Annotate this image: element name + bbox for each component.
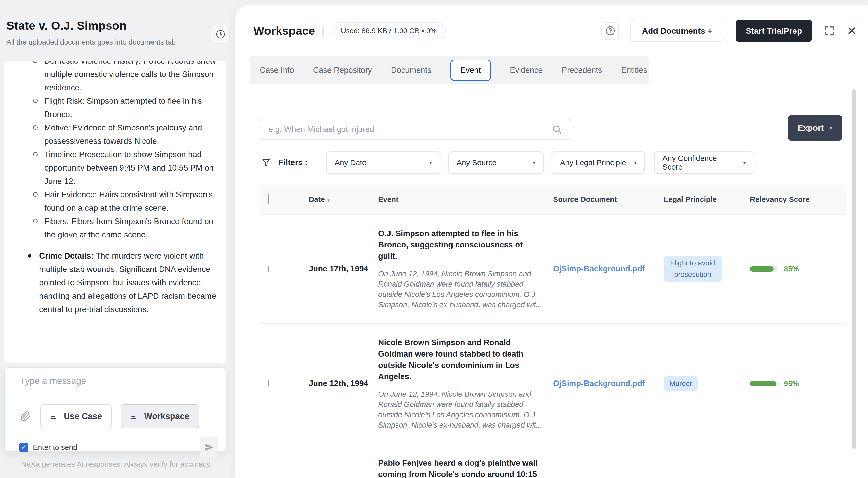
list-item: Hair Evidence: Hairs consistent with Sim… — [4, 188, 218, 215]
search-icon[interactable] — [552, 124, 562, 135]
column-header-event: Event — [378, 195, 553, 204]
send-icon — [204, 442, 215, 453]
score-label: 95% — [784, 379, 799, 388]
use-case-button[interactable]: Use Case — [40, 405, 112, 428]
note-text: Fibers: Fibers from Simpson's Bronco fou… — [44, 215, 218, 241]
tab-case-repository[interactable]: Case Repository — [313, 66, 372, 75]
row-checkbox[interactable] — [268, 266, 269, 272]
start-trialprep-button[interactable]: Start TrialPrep — [736, 20, 812, 42]
enter-to-send-checkbox[interactable]: ✓ — [19, 443, 28, 452]
export-label: Export — [798, 123, 824, 133]
note-text: Domestic Violence History: Police record… — [44, 61, 218, 94]
score-bar — [750, 266, 778, 272]
event-search — [260, 119, 571, 140]
attachment-icon[interactable] — [20, 410, 31, 422]
circle-bullet-icon — [33, 125, 37, 130]
title-divider: | — [321, 25, 324, 37]
tab-precedents[interactable]: Precedents — [562, 66, 602, 75]
filter-source-dropdown[interactable]: Any Source ▾ — [448, 151, 544, 174]
workspace-header: Workspace | Used: 86.9 KB / 1.00 GB • 0%… — [253, 19, 857, 43]
event-title: O.J. Simpson attempted to flee in his Br… — [378, 228, 543, 262]
case-title: State v. O.J. Simpson — [6, 19, 228, 32]
legal-principle-badge: Flight to avoid prosecution — [664, 256, 722, 282]
send-button[interactable] — [200, 437, 218, 458]
table-header: Date▾ Event Source Document Legal Princi… — [260, 185, 846, 214]
workspace-panel: Workspace | Used: 86.9 KB / 1.00 GB • 0%… — [236, 5, 868, 478]
tab-entities[interactable]: Entities — [621, 66, 647, 75]
event-title: Pablo Fenjves heard a dog's plaintive wa… — [378, 457, 543, 478]
disc-bullet-icon — [28, 254, 31, 257]
filter-date-dropdown[interactable]: Any Date ▾ — [327, 151, 440, 174]
circle-bullet-icon — [33, 219, 37, 223]
clock-icon — [215, 29, 226, 39]
score-bar — [750, 381, 778, 386]
score-label: 85% — [784, 265, 799, 273]
chat-message-input[interactable] — [20, 376, 211, 399]
chat-toolbar: Use Case Workspace — [20, 405, 199, 428]
filter-value: Any Legal Principle — [560, 158, 626, 167]
filter-legal-principle-dropdown[interactable]: Any Legal Principle ▾ — [552, 151, 645, 174]
ai-disclaimer: NeXa generates AI responses. Always veri… — [0, 460, 233, 469]
tab-evidence[interactable]: Evidence — [510, 66, 543, 75]
table-row[interactable]: June 17th, 1994 O.J. Simpson attempted t… — [260, 214, 846, 323]
column-header-principle: Legal Principle — [664, 195, 750, 204]
table-row[interactable]: June 12th, 1994 Nicole Brown Simpson and… — [260, 323, 846, 444]
tab-documents[interactable]: Documents — [391, 66, 431, 75]
list-item: Timeline: Prosecution to show Simpson ha… — [4, 148, 218, 188]
close-button[interactable]: ✕ — [847, 24, 857, 38]
sidebar-header: State v. O.J. Simpson All the uploaded d… — [6, 19, 228, 46]
help-button[interactable] — [601, 22, 619, 40]
circle-bullet-icon — [33, 99, 37, 103]
note-text: Hair Evidence: Hairs consistent with Sim… — [44, 188, 218, 215]
export-button[interactable]: Export ▾ — [788, 115, 842, 141]
circle-bullet-icon — [33, 192, 37, 196]
case-subtitle: All the uploaded documents goes into doc… — [6, 38, 228, 46]
row-checkbox[interactable] — [268, 381, 269, 386]
tab-event[interactable]: Event — [451, 60, 491, 81]
vertical-scrollbar[interactable] — [852, 89, 856, 449]
list-lines-icon — [130, 412, 139, 421]
column-header-date[interactable]: Date▾ — [309, 195, 378, 204]
case-notes-panel[interactable]: Domestic Violence History: Police record… — [4, 61, 226, 363]
chevron-down-icon: ▾ — [743, 160, 746, 166]
event-title: Nicole Brown Simpson and Ronald Goldman … — [378, 337, 543, 382]
filter-confidence-dropdown[interactable]: Any Confidence Score ▾ — [654, 151, 754, 174]
legal-principle-badge: Murder — [664, 376, 698, 391]
relevancy-score: 85% — [750, 265, 846, 273]
list-item: Motive: Evidence of Simpson's jealousy a… — [4, 121, 218, 148]
filter-value: Any Source — [457, 158, 497, 167]
filter-value: Any Confidence Score — [662, 154, 737, 171]
table-row[interactable]: June 12th, 1994 Pablo Fenjves heard a do… — [260, 444, 846, 478]
select-all-checkbox[interactable] — [268, 194, 269, 204]
event-date: June 12th, 1994 — [309, 379, 378, 388]
chevron-down-icon: ▾ — [533, 160, 535, 166]
source-document-link[interactable]: OjSimp-Background.pdf — [553, 264, 645, 273]
note-label: Crime Details: — [39, 251, 94, 260]
search-input[interactable] — [260, 119, 571, 140]
list-item: Domestic Violence History: Police record… — [4, 61, 218, 94]
fullscreen-button[interactable] — [824, 25, 835, 37]
event-date: June 17th, 1994 — [309, 264, 378, 274]
funnel-icon — [261, 157, 271, 168]
case-notes-list: Domestic Violence History: Police record… — [4, 61, 226, 316]
close-icon: ✕ — [847, 24, 857, 38]
add-documents-button[interactable]: Add Documents + — [630, 20, 724, 42]
filters-bar: Filters : Any Date ▾ Any Source ▾ Any Le… — [261, 151, 754, 174]
sort-icon: ▾ — [328, 198, 330, 203]
source-document-link[interactable]: OjSimp-Background.pdf — [553, 379, 645, 388]
workspace-title: Workspace — [253, 24, 315, 38]
note-body: The murders were violent with multiple s… — [39, 251, 216, 314]
list-item: Fibers: Fibers from Simpson's Bronco fou… — [4, 215, 218, 241]
tab-case-info[interactable]: Case Info — [260, 66, 294, 75]
note-text: Flight Risk: Simpson attempted to flee i… — [44, 94, 218, 121]
chat-bottom-bar: ✓ Enter to send — [19, 437, 218, 458]
header-actions: Add Documents + Start TrialPrep ✕ — [601, 20, 857, 42]
circle-bullet-icon — [33, 152, 37, 156]
chat-composer: Use Case Workspace ✓ Enter to send — [4, 368, 226, 452]
enter-to-send-label: Enter to send — [33, 443, 78, 452]
fullscreen-icon — [824, 25, 835, 37]
list-item: Crime Details: The murders were violent … — [4, 249, 218, 316]
workspace-button[interactable]: Workspace — [121, 405, 199, 428]
list-lines-icon — [50, 412, 59, 421]
history-button[interactable] — [211, 25, 230, 44]
